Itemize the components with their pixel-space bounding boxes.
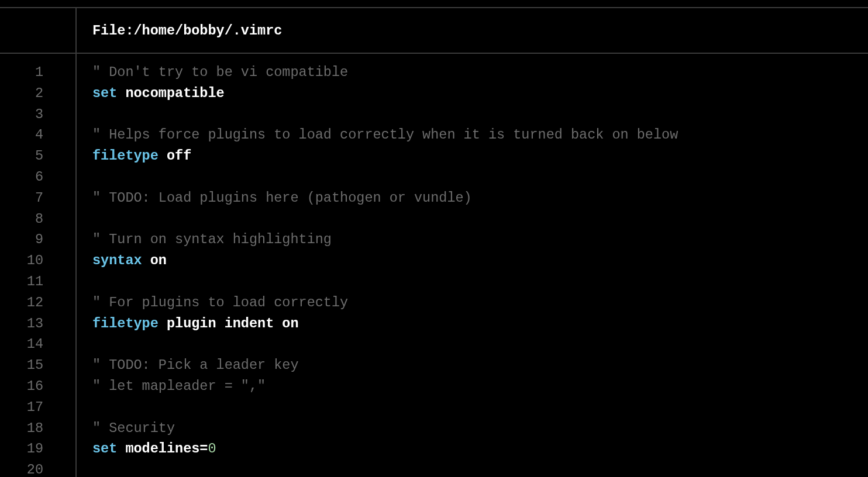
code-line[interactable]: " Security — [92, 418, 868, 439]
code-line[interactable] — [92, 104, 868, 125]
code-token: set — [92, 441, 117, 457]
line-number: 18 — [0, 418, 75, 439]
code-content[interactable]: " Don't try to be vi compatibleset nocom… — [77, 54, 868, 477]
code-line[interactable] — [92, 167, 868, 188]
code-token: " Don't try to be vi compatible — [92, 64, 348, 80]
code-line[interactable]: filetype off — [92, 146, 868, 167]
line-number: 4 — [0, 125, 75, 146]
line-number: 8 — [0, 209, 75, 230]
code-area[interactable]: 1234567891011121314151617181920 " Don't … — [0, 54, 868, 477]
code-token: nocompatible — [117, 85, 224, 101]
line-number: 9 — [0, 229, 75, 250]
line-number: 15 — [0, 355, 75, 376]
line-number: 6 — [0, 167, 75, 188]
line-number: 1 — [0, 62, 75, 83]
line-number: 17 — [0, 397, 75, 418]
code-line[interactable]: set modelines=0 — [92, 438, 868, 459]
top-border — [0, 0, 868, 8]
code-line[interactable]: " Turn on syntax highlighting — [92, 229, 868, 250]
line-number: 11 — [0, 271, 75, 292]
code-line[interactable]: " Don't try to be vi compatible — [92, 62, 868, 83]
code-line[interactable] — [92, 334, 868, 355]
file-viewer: File: /home/bobby/.vimrc 123456789101112… — [0, 0, 868, 477]
line-number: 12 — [0, 292, 75, 313]
code-token: " Security — [92, 420, 175, 436]
line-number: 7 — [0, 188, 75, 209]
code-token: 0 — [208, 441, 216, 457]
line-number: 3 — [0, 104, 75, 125]
line-number: 20 — [0, 459, 75, 477]
code-token: off — [159, 148, 191, 164]
line-number: 16 — [0, 376, 75, 397]
code-line[interactable] — [92, 397, 868, 418]
code-line[interactable]: " For plugins to load correctly — [92, 292, 868, 313]
line-number-gutter: 1234567891011121314151617181920 — [0, 54, 77, 477]
code-line[interactable]: " Helps force plugins to load correctly … — [92, 125, 868, 146]
code-token: plugin indent on — [159, 316, 299, 331]
line-number: 14 — [0, 334, 75, 355]
code-line[interactable]: syntax on — [92, 250, 868, 271]
code-line[interactable]: " let mapleader = "," — [92, 376, 868, 397]
code-line[interactable] — [92, 271, 868, 292]
line-number: 13 — [0, 313, 75, 334]
file-header: File: /home/bobby/.vimrc — [77, 8, 282, 53]
line-number: 19 — [0, 438, 75, 459]
code-token: on — [142, 253, 167, 268]
file-label: File: — [92, 23, 134, 39]
code-token: " TODO: Load plugins here (pathogen or v… — [92, 190, 472, 206]
line-number: 2 — [0, 83, 75, 104]
code-token: modelines= — [117, 441, 208, 457]
file-header-row: File: /home/bobby/.vimrc — [0, 8, 868, 53]
code-line[interactable] — [92, 459, 868, 477]
code-line[interactable]: filetype plugin indent on — [92, 313, 868, 334]
code-line[interactable]: " TODO: Load plugins here (pathogen or v… — [92, 188, 868, 209]
code-token: filetype — [92, 148, 159, 164]
code-token: filetype — [92, 316, 159, 331]
code-token: " let mapleader = "," — [92, 378, 266, 394]
code-token: " Helps force plugins to load correctly … — [92, 127, 678, 143]
code-token: " For plugins to load correctly — [92, 295, 348, 310]
line-number: 10 — [0, 250, 75, 271]
code-line[interactable]: set nocompatible — [92, 83, 868, 104]
line-number: 5 — [0, 146, 75, 167]
code-token: " Turn on syntax highlighting — [92, 231, 332, 247]
code-line[interactable]: " TODO: Pick a leader key — [92, 355, 868, 376]
code-token: " TODO: Pick a leader key — [92, 357, 299, 373]
header-gutter — [0, 8, 77, 53]
code-line[interactable] — [92, 209, 868, 230]
code-token: set — [92, 85, 117, 101]
code-token: syntax — [92, 253, 142, 268]
file-path: /home/bobby/.vimrc — [134, 23, 283, 39]
